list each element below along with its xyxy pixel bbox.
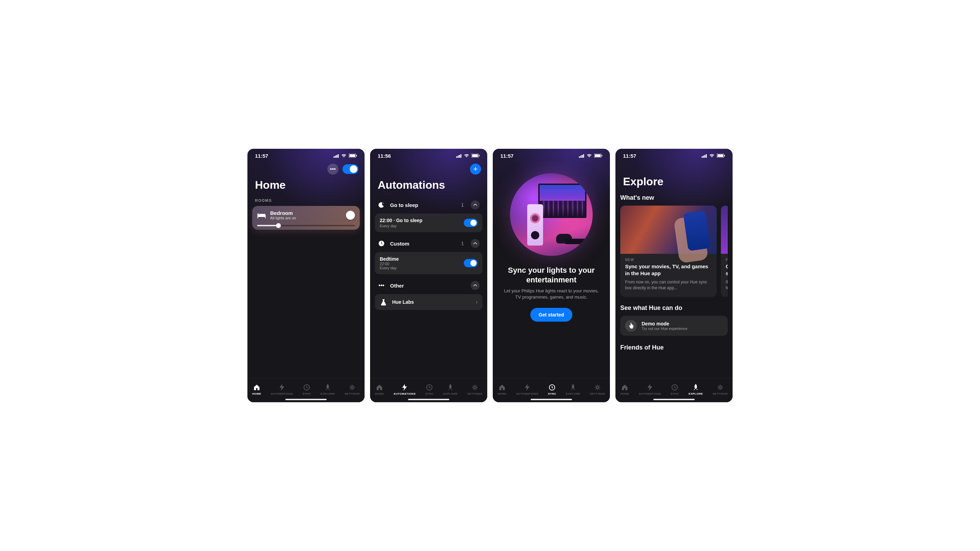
tab-explore[interactable]: EXPLORE [689, 384, 703, 395]
automation-toggle[interactable] [464, 219, 477, 227]
tab-sync[interactable]: SYNC [548, 384, 556, 395]
tab-settings[interactable]: SETTINGS [467, 384, 482, 395]
tab-settings[interactable]: SETTINGS [713, 384, 728, 395]
room-name: Bedroom [270, 210, 342, 216]
bolt-icon [646, 384, 654, 391]
tab-automations[interactable]: AUTOMATIONS [271, 384, 293, 395]
room-status: All lights are on [270, 216, 342, 220]
gear-icon [348, 384, 356, 391]
wifi-icon [587, 153, 592, 159]
tab-explore[interactable]: EXPLORE [566, 384, 580, 395]
whats-new-carousel[interactable]: NEW Sync your movies, TV, and games in t… [620, 206, 728, 297]
svg-point-13 [351, 386, 353, 389]
add-automation-button[interactable]: + [470, 164, 481, 175]
svg-rect-36 [704, 155, 705, 158]
room-toggle[interactable] [346, 211, 355, 220]
group-other[interactable]: ••• Other [375, 277, 482, 294]
status-time: 11:57 [255, 153, 268, 159]
news-card-sync[interactable]: NEW Sync your movies, TV, and games in t… [620, 206, 717, 297]
svg-rect-39 [718, 154, 723, 157]
svg-point-42 [719, 386, 721, 389]
status-icons [579, 153, 602, 159]
status-bar: 11:56 [370, 149, 487, 162]
svg-rect-10 [258, 217, 258, 218]
gear-icon [594, 384, 601, 391]
rooms-section-label: ROOMS [247, 196, 364, 206]
brightness-slider[interactable] [257, 225, 355, 226]
group-go-to-sleep[interactable]: z Go to sleep 1 [375, 196, 482, 213]
tab-home[interactable]: HOME [498, 384, 506, 395]
page-title: Automations [370, 179, 487, 196]
svg-rect-34 [702, 156, 703, 158]
tab-sync[interactable]: SYNC [302, 384, 311, 395]
automation-toggle[interactable] [464, 259, 477, 267]
svg-rect-1 [335, 156, 336, 158]
svg-rect-27 [582, 155, 583, 158]
svg-text:z: z [383, 202, 384, 204]
rocket-icon [692, 384, 700, 391]
tab-settings[interactable]: SETTINGS [345, 384, 360, 395]
tab-home[interactable]: HOME [252, 384, 261, 395]
svg-rect-30 [595, 154, 601, 157]
more-button[interactable]: ••• [327, 164, 338, 175]
automation-item-bedtime[interactable]: Bedtime 22:00 Every day [375, 252, 482, 274]
battery-icon [717, 153, 725, 159]
page-title: Home [247, 179, 364, 196]
gear-icon [471, 384, 479, 391]
screen-sync: 11:57 Sync your lights to your entertain… [493, 149, 610, 402]
sync-icon [671, 384, 678, 391]
svg-point-33 [597, 386, 598, 389]
tab-explore[interactable]: EXPLORE [443, 384, 458, 395]
tab-settings[interactable]: SETTINGS [590, 384, 605, 395]
section-whats-new: What's new [620, 193, 728, 206]
svg-rect-31 [601, 155, 602, 156]
svg-rect-28 [583, 154, 584, 158]
flask-icon [380, 298, 387, 306]
home-icon [375, 384, 383, 391]
room-card-bedroom[interactable]: Bedroom All lights are on [252, 206, 360, 230]
chevron-up-icon[interactable] [471, 281, 480, 290]
news-card-peek[interactable]: FE C s If fe [721, 206, 728, 297]
chevron-up-icon[interactable] [471, 200, 480, 210]
rocket-icon [324, 384, 331, 391]
tab-automations[interactable]: AUTOMATIONS [393, 384, 415, 395]
svg-rect-17 [460, 154, 461, 158]
signal-icon [334, 153, 339, 159]
tab-explore[interactable]: EXPLORE [320, 384, 335, 395]
sync-icon [426, 384, 433, 391]
automation-item-huelabs[interactable]: Hue Labs › [375, 294, 482, 310]
master-toggle[interactable] [342, 164, 358, 174]
svg-rect-6 [356, 155, 357, 156]
battery-icon [471, 153, 480, 159]
screen-automations: 11:56 + Automations z Go to sleep 1 22: [370, 149, 487, 402]
tab-sync[interactable]: SYNC [425, 384, 433, 395]
svg-rect-15 [458, 156, 459, 158]
signal-icon [456, 153, 462, 159]
status-time: 11:57 [623, 153, 636, 159]
get-started-button[interactable]: Get started [530, 308, 572, 322]
tab-home[interactable]: HOME [375, 384, 384, 395]
wifi-icon [464, 153, 469, 159]
tab-automations[interactable]: AUTOMATIONS [639, 384, 661, 395]
wifi-icon [709, 153, 715, 159]
group-custom[interactable]: Custom 1 [375, 235, 482, 252]
screen-home: 11:57 ••• Home ROOMS [247, 149, 364, 402]
svg-rect-25 [579, 156, 580, 158]
plus-icon: + [474, 165, 478, 173]
automation-item-sleep[interactable]: 22:00 · Go to sleep Every day [375, 213, 482, 232]
gear-icon [716, 384, 724, 391]
demo-mode-row[interactable]: Demo mode Try out our Hue experience [620, 316, 728, 336]
moon-icon: z [378, 201, 385, 209]
status-bar: 11:57 [616, 149, 733, 162]
home-indicator [285, 399, 327, 400]
tab-automations[interactable]: AUTOMATIONS [516, 384, 538, 395]
home-icon [498, 384, 506, 391]
status-bar: 11:57 [247, 149, 364, 162]
tab-sync[interactable]: SYNC [671, 384, 679, 395]
status-bar: 11:57 [493, 149, 610, 162]
tap-icon [625, 320, 637, 332]
svg-rect-16 [459, 155, 460, 158]
tab-home[interactable]: HOME [620, 384, 629, 395]
rocket-icon [569, 384, 577, 391]
chevron-up-icon[interactable] [471, 239, 480, 248]
